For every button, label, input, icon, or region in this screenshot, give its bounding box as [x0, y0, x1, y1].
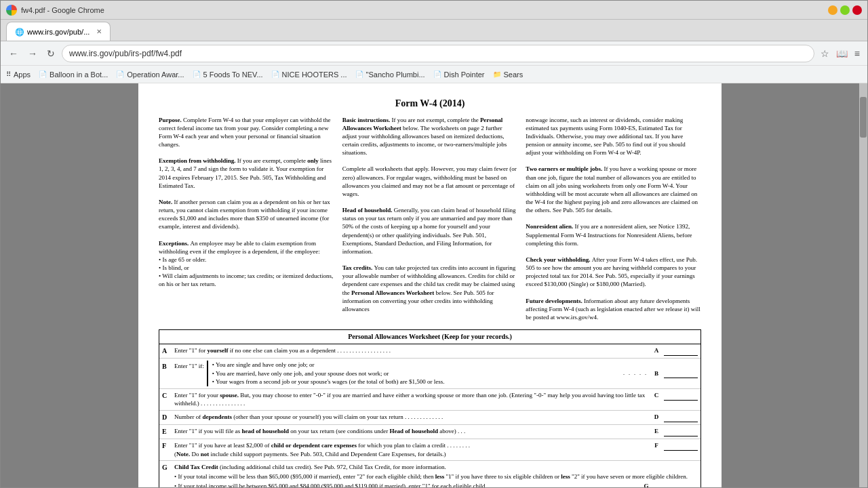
worksheet-row-a: A Enter "1" for yourself if no one else …	[159, 344, 701, 359]
row-g-input	[654, 481, 688, 487]
row-e-content: Enter "1" if you will file as head of ho…	[174, 427, 650, 436]
5foods-favicon: 📄	[193, 70, 201, 78]
row-b-intro: Enter "1" if:	[174, 361, 204, 371]
balloon-favicon: 📄	[39, 70, 47, 78]
pdf-viewer: Form W-4 (2014) Purpose. Complete Form W…	[1, 83, 867, 487]
active-tab[interactable]: 🌐 www.irs.gov/pub/... ✕	[6, 22, 111, 41]
nonresident-heading: Nonresident alien.	[526, 223, 574, 230]
nonwage-text: nonwage income, such as interest or divi…	[526, 116, 701, 157]
bookmark-dish[interactable]: 📄 Dish Pointer	[433, 70, 485, 79]
row-g-title: Child Tax Credit (including additional c…	[174, 463, 698, 472]
bookmark-nicehooters[interactable]: 📄 NICE HOOTERS ...	[271, 70, 347, 79]
bookmark-icon[interactable]: 📖	[834, 47, 850, 60]
bookmarks-bar: ⠿ Apps 📄 Balloon in a Bot... 📄 Operation…	[1, 66, 867, 83]
bookmark-sancho[interactable]: 📄 "Sancho Plumbi...	[355, 70, 425, 79]
col3: nonwage income, such as interest or divi…	[526, 116, 701, 322]
head-of-household-text: Generally, you can claim head of househo…	[342, 207, 516, 255]
vertical-scrollbar[interactable]	[859, 83, 867, 487]
tab-favicon: 🌐	[15, 28, 23, 36]
bookmark-operation[interactable]: 📄 Operation Awar...	[116, 70, 184, 79]
dish-favicon: 📄	[433, 70, 441, 78]
row-c-input	[664, 391, 698, 401]
row-f-content: Enter "1" if you have at least $2,000 of…	[174, 441, 650, 458]
star-icon[interactable]: ☆	[818, 47, 831, 60]
menu-icon[interactable]: ≡	[852, 47, 862, 60]
row-c-content: Enter "1" for your spouse. But, you may …	[174, 391, 650, 408]
row-c-end-letter: C	[650, 391, 663, 400]
sancho-label: "Sancho Plumbi...	[366, 70, 425, 79]
row-g-end-letter: G	[640, 482, 652, 487]
row-d-end-letter: D	[650, 413, 663, 422]
close-button[interactable]	[852, 5, 862, 15]
purpose-heading: Purpose.	[159, 117, 183, 123]
two-earners-text: If you have a working spouse or more tha…	[526, 165, 698, 214]
dish-label: Dish Pointer	[444, 70, 485, 79]
bookmark-sears[interactable]: 📁 Sears	[493, 70, 524, 79]
intro-section: Purpose. Complete Form W-4 so that your …	[159, 116, 701, 322]
scrollbar-thumb[interactable]	[860, 97, 867, 138]
check-withholding-heading: Check your withholding.	[526, 256, 591, 263]
bookmark-balloon[interactable]: 📄 Balloon in a Bot...	[39, 70, 108, 79]
tab-bar: 🌐 www.irs.gov/pub/... ✕	[1, 20, 867, 41]
row-d-letter: D	[162, 413, 174, 422]
sancho-favicon: 📄	[355, 70, 363, 78]
5foods-label: 5 Foods To NEV...	[203, 70, 263, 79]
reload-button[interactable]: ↻	[44, 47, 58, 60]
row-b-sub3: • Your wages from a second job or your s…	[212, 378, 620, 386]
col2: Basic instructions. If you are not exemp…	[342, 116, 518, 322]
pdf-scroll-area[interactable]: Form W-4 (2014) Purpose. Complete Form W…	[1, 83, 859, 487]
browser-window: fw4.pdf - Google Chrome 🌐 www.irs.gov/pu…	[0, 0, 868, 488]
worksheet-row-b: B Enter "1" if: • You are single and hav…	[159, 359, 701, 389]
browser-title: fw4.pdf - Google Chrome	[21, 6, 104, 14]
nicehooters-label: NICE HOOTERS ...	[282, 70, 347, 79]
row-b-sub2: • You are married, have only one job, an…	[212, 369, 620, 378]
row-d-input	[664, 413, 698, 422]
row-f-end-letter: F	[650, 441, 663, 450]
chrome-logo-icon	[6, 5, 17, 16]
nav-icon-group: ☆ 📖 ≡	[818, 47, 862, 60]
form-title: Form W-4 (2014)	[159, 97, 701, 110]
worksheet-row-g: G Child Tax Credit (including additional…	[159, 461, 701, 487]
worksheet-row-c: C Enter "1" for your spouse. But, you ma…	[159, 389, 701, 411]
head-of-household-heading: Head of household.	[342, 207, 394, 214]
nav-bar: ← → ↻ www.irs.gov/pub/irs-pdf/fw4.pdf ☆ …	[1, 41, 867, 66]
row-b-end-letter: B	[650, 369, 663, 378]
row-g-letter: G	[162, 463, 174, 472]
note-heading: Note.	[159, 199, 174, 205]
row-a-content: Enter "1" for yourself if no one else ca…	[174, 346, 650, 355]
operation-label: Operation Awar...	[127, 70, 184, 79]
pdf-page: Form W-4 (2014) Purpose. Complete Form W…	[138, 83, 722, 487]
apps-grid-icon: ⠿	[6, 70, 11, 78]
basic-instructions-heading: Basic instructions.	[342, 117, 392, 123]
worksheet-section: Personal Allowances Worksheet (Keep for …	[159, 329, 701, 487]
row-c-letter: C	[162, 391, 174, 401]
title-bar: fw4.pdf - Google Chrome	[1, 1, 867, 20]
row-b-sub1: • You are single and have only one job; …	[212, 361, 620, 369]
bookmark-apps[interactable]: ⠿ Apps	[6, 70, 31, 79]
complete-all-text: Complete all worksheets that apply. Howe…	[342, 165, 518, 198]
tab-close-button[interactable]: ✕	[96, 28, 102, 35]
row-g-sub2: • If your total income will be between $…	[174, 482, 640, 487]
sears-label: Sears	[504, 70, 524, 79]
row-e-input	[664, 427, 698, 436]
forward-button[interactable]: →	[25, 47, 40, 60]
exceptions-heading: Exceptions.	[159, 240, 191, 247]
bookmark-5foods[interactable]: 📄 5 Foods To NEV...	[193, 70, 263, 79]
back-button[interactable]: ←	[6, 47, 21, 60]
balloon-label: Balloon in a Bot...	[50, 70, 108, 79]
maximize-button[interactable]	[840, 5, 850, 15]
worksheet-row-d: D Number of dependents (other than your …	[159, 411, 701, 425]
minimize-button[interactable]	[828, 5, 837, 15]
row-f-input	[664, 441, 698, 451]
tax-credits-text: You can take projected tax credits into …	[342, 264, 516, 312]
exception-item-1: • Is age 65 or older.	[159, 256, 334, 264]
exemption-heading: Exemption from withholding.	[159, 157, 237, 164]
row-b-input	[664, 369, 698, 378]
row-d-content: Number of dependents (other than your sp…	[174, 413, 650, 422]
row-e-letter: E	[162, 427, 174, 436]
url-text: www.irs.gov/pub/irs-pdf/fw4.pdf	[69, 49, 182, 58]
note-text: If another person can claim you as a dep…	[159, 199, 330, 230]
worksheet-title: Personal Allowances Worksheet (Keep for …	[159, 330, 701, 344]
address-bar[interactable]: www.irs.gov/pub/irs-pdf/fw4.pdf	[62, 45, 814, 62]
worksheet-row-f: F Enter "1" if you have at least $2,000 …	[159, 439, 701, 461]
